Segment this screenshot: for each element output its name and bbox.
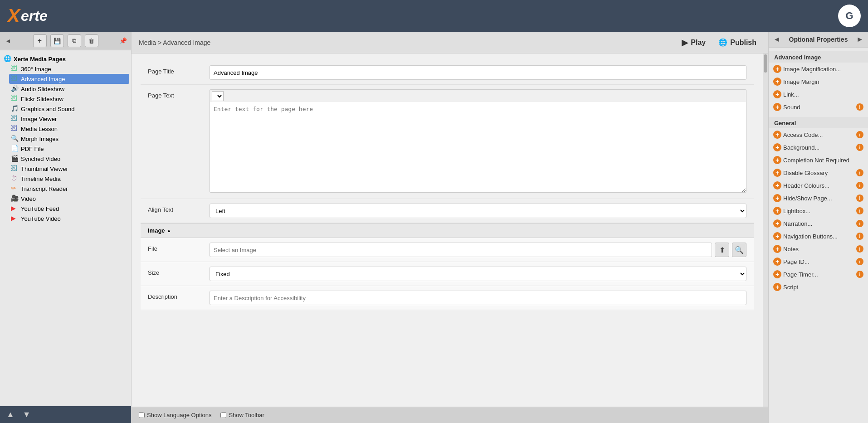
- play-button[interactable]: ▶ Play: [677, 36, 710, 49]
- sidebar-item-360image[interactable]: 🖼360° Image: [9, 64, 129, 74]
- left-sidebar: ◄ + 💾 ⧉ 🗑 📌 🌐 Xerte Media Pages 🖼360° Im…: [0, 32, 132, 423]
- prop-item-lightbox[interactable]: + Lightbox...i: [769, 204, 868, 217]
- prop-item-narration[interactable]: + Narration...i: [769, 217, 868, 230]
- main-layout: ◄ + 💾 ⧉ 🗑 📌 🌐 Xerte Media Pages 🖼360° Im…: [0, 32, 868, 423]
- sidebar-collapse-button[interactable]: ◄: [4, 34, 13, 47]
- prop-item-background[interactable]: + Background...i: [769, 141, 868, 154]
- page-title-label: Page Title: [148, 65, 202, 75]
- prop-item-completion-not-required[interactable]: + Completion Not Required: [769, 154, 868, 166]
- move-up-button[interactable]: ▲: [4, 409, 17, 420]
- prop-item-page-id[interactable]: + Page ID...i: [769, 255, 868, 268]
- tree-icon-video: 🎥: [11, 194, 19, 203]
- prop-label-link: Link...: [783, 91, 863, 98]
- publish-button[interactable]: 🌐 Publish: [714, 36, 761, 49]
- move-down-button[interactable]: ▼: [20, 409, 34, 420]
- image-subsection-header[interactable]: Image ▲: [141, 223, 754, 238]
- show-toolbar-label: Show Toolbar: [229, 412, 264, 418]
- tree-label-image-viewer: Image Viewer: [21, 116, 57, 122]
- page-text-textarea[interactable]: [210, 102, 746, 193]
- breadcrumb: Media > Advanced Image: [139, 39, 210, 46]
- tree-icon-transcript-reader: ✏: [11, 185, 19, 193]
- pin-button[interactable]: 📌: [118, 34, 127, 47]
- prop-add-icon-lightbox: +: [773, 207, 781, 215]
- sidebar-item-thumbnail-viewer[interactable]: 🖼Thumbnail Viewer: [9, 164, 129, 174]
- file-input[interactable]: [210, 243, 712, 257]
- show-toolbar-checkbox[interactable]: [220, 412, 226, 418]
- prop-add-icon-page-timer: +: [773, 270, 781, 278]
- prop-item-page-timer[interactable]: + Page Timer...i: [769, 268, 868, 281]
- prop-item-hide-show-page[interactable]: + Hide/Show Page...i: [769, 192, 868, 204]
- align-text-label: Align Text: [148, 204, 202, 213]
- copy-button[interactable]: ⧉: [68, 34, 81, 47]
- advanced-image-section-title: Advanced Image: [769, 51, 868, 63]
- sidebar-item-advanced-image[interactable]: 🖼Advanced Image: [9, 74, 129, 84]
- prop-item-sound[interactable]: + Soundi: [769, 101, 868, 113]
- prop-add-icon-script: +: [773, 283, 781, 291]
- sidebar-item-synched-video[interactable]: 🎬Synched Video: [9, 154, 129, 164]
- delete-button[interactable]: 🗑: [85, 34, 98, 47]
- font-style-select[interactable]: [212, 91, 224, 101]
- sidebar-item-morph-images[interactable]: 🔍Morph Images: [9, 134, 129, 144]
- sidebar-item-transcript-reader[interactable]: ✏Transcript Reader: [9, 184, 129, 194]
- prop-item-script[interactable]: + Script: [769, 281, 868, 293]
- prop-item-header-colours[interactable]: + Header Colours...i: [769, 179, 868, 192]
- tree-icon-image-viewer: 🖼: [11, 115, 19, 123]
- prop-item-link[interactable]: + Link...: [769, 88, 868, 101]
- sidebar-item-flickr-slideshow[interactable]: 🖼Flickr Slideshow: [9, 94, 129, 104]
- tree-icon-youtube-video: ▶: [11, 214, 19, 223]
- prop-item-image-magnification[interactable]: + Image Magnification...: [769, 63, 868, 75]
- prop-item-navigation-buttons[interactable]: + Navigation Buttons...i: [769, 230, 868, 243]
- center-content: Media > Advanced Image ▶ Play 🌐 Publish …: [132, 32, 768, 423]
- file-control: ⬆ 🔍: [210, 243, 746, 257]
- general-section-title: General: [769, 117, 868, 128]
- sidebar-item-audio-slideshow[interactable]: 🔊Audio Slideshow: [9, 84, 129, 94]
- right-sidebar-header: ◄ Optional Properties ►: [769, 32, 868, 48]
- tree-label-timeline-media: Timeline Media: [21, 175, 61, 182]
- prop-label-access-code: Access Code...: [783, 131, 854, 138]
- show-language-checkbox-label[interactable]: Show Language Options: [139, 412, 211, 418]
- tree-icon-morph-images: 🔍: [11, 135, 19, 143]
- sidebar-item-pdf-file[interactable]: 📄PDF File: [9, 144, 129, 154]
- prop-info-narration: i: [856, 220, 863, 227]
- avatar[interactable]: G: [838, 5, 861, 27]
- right-sidebar-expand-button[interactable]: ►: [856, 35, 863, 44]
- vertical-scrollbar[interactable]: [763, 53, 768, 407]
- right-sidebar-collapse-button[interactable]: ◄: [773, 35, 780, 44]
- upload-button[interactable]: ⬆: [715, 243, 729, 257]
- tree-icon-pdf-file: 📄: [11, 145, 19, 153]
- prop-add-icon-page-id: +: [773, 258, 781, 266]
- prop-item-disable-glossary[interactable]: + Disable Glossaryi: [769, 166, 868, 179]
- save-button[interactable]: 💾: [50, 34, 64, 47]
- sidebar-item-image-viewer[interactable]: 🖼Image Viewer: [9, 114, 129, 124]
- tree-label-360image: 360° Image: [21, 66, 51, 73]
- show-toolbar-checkbox-label[interactable]: Show Toolbar: [220, 412, 264, 418]
- sidebar-item-youtube-feed[interactable]: ▶YouTube Feed: [9, 204, 129, 214]
- prop-item-image-margin[interactable]: + Image Margin: [769, 75, 868, 88]
- prop-label-lightbox: Lightbox...: [783, 208, 854, 214]
- sidebar-item-timeline-media[interactable]: ⏱Timeline Media: [9, 174, 129, 184]
- prop-item-notes[interactable]: + Notesi: [769, 243, 868, 255]
- prop-label-image-margin: Image Margin: [783, 78, 863, 85]
- align-text-control: Left Center Right: [210, 204, 746, 218]
- publish-icon: 🌐: [718, 38, 727, 47]
- tree-items-container: 🖼360° Image🖼Advanced Image🔊Audio Slidesh…: [2, 64, 129, 224]
- description-input[interactable]: [210, 291, 746, 305]
- sidebar-item-video[interactable]: 🎥Video: [9, 194, 129, 204]
- sidebar-item-youtube-video[interactable]: ▶YouTube Video: [9, 214, 129, 224]
- tree-label-advanced-image: Advanced Image: [21, 76, 65, 83]
- align-text-select[interactable]: Left Center Right: [210, 204, 746, 218]
- size-select[interactable]: Fixed Responsive Full Width: [210, 267, 746, 281]
- size-label: Size: [148, 267, 202, 276]
- page-title-input[interactable]: [210, 65, 746, 80]
- show-language-checkbox[interactable]: [139, 412, 145, 418]
- sidebar-root-label: Xerte Media Pages: [14, 56, 66, 63]
- page-text-control: [210, 89, 746, 194]
- search-file-button[interactable]: 🔍: [732, 243, 746, 257]
- prop-item-access-code[interactable]: + Access Code...i: [769, 128, 868, 141]
- tree-label-morph-images: Morph Images: [21, 136, 59, 142]
- sidebar-item-graphics-sound[interactable]: 🎵Graphics and Sound: [9, 104, 129, 114]
- add-item-button[interactable]: +: [33, 34, 47, 47]
- sidebar-item-root[interactable]: 🌐 Xerte Media Pages: [2, 54, 129, 64]
- tree-icon-thumbnail-viewer: 🖼: [11, 165, 19, 173]
- sidebar-item-media-lesson[interactable]: 🖼Media Lesson: [9, 124, 129, 134]
